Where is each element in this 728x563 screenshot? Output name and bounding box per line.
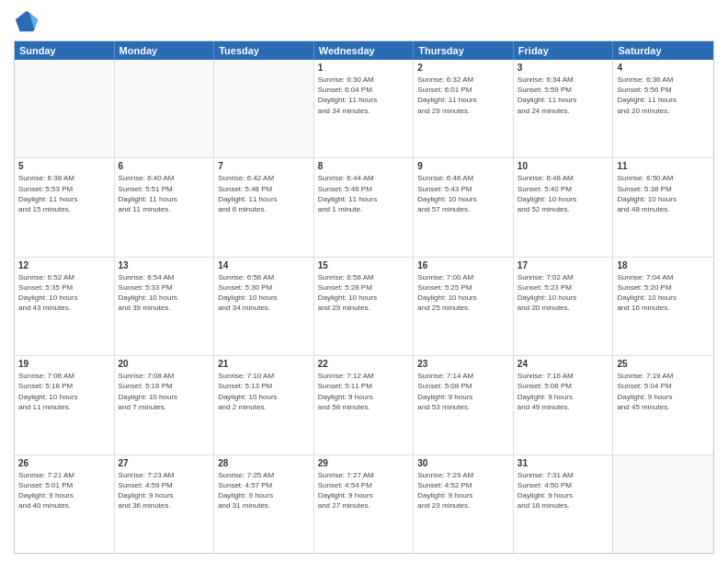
- day-number: 15: [318, 260, 410, 270]
- calendar-cell: [15, 60, 115, 157]
- calendar-cell: 7Sunrise: 6:42 AMSunset: 5:48 PMDaylight…: [214, 158, 314, 256]
- day-number: 21: [218, 359, 310, 369]
- logo-icon: [14, 9, 40, 35]
- calendar-cell: 21Sunrise: 7:10 AMSunset: 5:13 PMDayligh…: [214, 356, 314, 454]
- calendar-row-1: 5Sunrise: 6:38 AMSunset: 5:53 PMDaylight…: [15, 157, 713, 256]
- day-number: 27: [119, 458, 210, 468]
- cell-info: Sunrise: 7:12 AMSunset: 5:11 PMDaylight:…: [318, 371, 410, 412]
- header-day-wednesday: Wednesday: [314, 41, 415, 60]
- cell-info: Sunrise: 7:04 AMSunset: 5:20 PMDaylight:…: [617, 272, 710, 314]
- calendar-cell: 24Sunrise: 7:16 AMSunset: 5:06 PMDayligh…: [514, 356, 614, 454]
- cell-info: Sunrise: 6:58 AMSunset: 5:28 PMDaylight:…: [318, 272, 410, 314]
- header-day-saturday: Saturday: [613, 41, 713, 60]
- cell-info: Sunrise: 7:19 AMSunset: 5:04 PMDaylight:…: [617, 371, 710, 412]
- calendar-cell: 16Sunrise: 7:00 AMSunset: 5:25 PMDayligh…: [414, 258, 514, 355]
- day-number: 4: [617, 63, 710, 73]
- day-number: 12: [18, 260, 110, 270]
- day-number: 9: [417, 161, 509, 171]
- cell-info: Sunrise: 6:32 AMSunset: 6:01 PMDaylight:…: [417, 75, 509, 116]
- cell-info: Sunrise: 7:14 AMSunset: 5:08 PMDaylight:…: [417, 371, 509, 412]
- cell-info: Sunrise: 7:00 AMSunset: 5:25 PMDaylight:…: [417, 272, 509, 314]
- day-number: 20: [119, 359, 210, 369]
- calendar-cell: [613, 455, 713, 553]
- calendar-cell: 1Sunrise: 6:30 AMSunset: 6:04 PMDaylight…: [314, 60, 415, 157]
- calendar: SundayMondayTuesdayWednesdayThursdayFrid…: [14, 40, 714, 554]
- day-number: 8: [318, 161, 410, 171]
- cell-info: Sunrise: 6:36 AMSunset: 5:56 PMDaylight:…: [617, 75, 710, 116]
- calendar-row-4: 26Sunrise: 7:21 AMSunset: 5:01 PMDayligh…: [15, 454, 713, 553]
- header-day-monday: Monday: [115, 41, 215, 60]
- page: SundayMondayTuesdayWednesdayThursdayFrid…: [0, 0, 728, 563]
- cell-info: Sunrise: 7:21 AMSunset: 5:01 PMDaylight:…: [18, 470, 110, 511]
- day-number: 14: [218, 260, 310, 270]
- calendar-cell: 6Sunrise: 6:40 AMSunset: 5:51 PMDaylight…: [115, 158, 215, 256]
- day-number: 30: [417, 458, 509, 468]
- calendar-cell: 26Sunrise: 7:21 AMSunset: 5:01 PMDayligh…: [15, 455, 115, 553]
- day-number: 23: [417, 359, 509, 369]
- cell-info: Sunrise: 6:34 AMSunset: 5:59 PMDaylight:…: [518, 75, 609, 116]
- day-number: 26: [18, 458, 110, 468]
- day-number: 17: [518, 260, 609, 270]
- cell-info: Sunrise: 6:40 AMSunset: 5:51 PMDaylight:…: [119, 173, 210, 214]
- cell-info: Sunrise: 7:02 AMSunset: 5:23 PMDaylight:…: [518, 272, 609, 314]
- day-number: 22: [318, 359, 410, 369]
- cell-info: Sunrise: 6:52 AMSunset: 5:35 PMDaylight:…: [18, 272, 110, 314]
- calendar-cell: [115, 60, 215, 157]
- calendar-cell: 23Sunrise: 7:14 AMSunset: 5:08 PMDayligh…: [414, 356, 514, 454]
- calendar-cell: 5Sunrise: 6:38 AMSunset: 5:53 PMDaylight…: [15, 158, 115, 256]
- day-number: 19: [18, 359, 110, 369]
- cell-info: Sunrise: 7:29 AMSunset: 4:52 PMDaylight:…: [417, 470, 509, 511]
- cell-info: Sunrise: 6:44 AMSunset: 5:46 PMDaylight:…: [318, 173, 410, 214]
- calendar-cell: 22Sunrise: 7:12 AMSunset: 5:11 PMDayligh…: [314, 356, 415, 454]
- cell-info: Sunrise: 7:08 AMSunset: 5:16 PMDaylight:…: [119, 371, 210, 412]
- day-number: 25: [617, 359, 710, 369]
- cell-info: Sunrise: 6:54 AMSunset: 5:33 PMDaylight:…: [119, 272, 210, 314]
- calendar-cell: 13Sunrise: 6:54 AMSunset: 5:33 PMDayligh…: [115, 258, 215, 355]
- calendar-cell: 12Sunrise: 6:52 AMSunset: 5:35 PMDayligh…: [15, 258, 115, 355]
- day-number: 6: [119, 161, 210, 171]
- calendar-cell: 3Sunrise: 6:34 AMSunset: 5:59 PMDaylight…: [514, 60, 614, 157]
- cell-info: Sunrise: 6:46 AMSunset: 5:43 PMDaylight:…: [417, 173, 509, 214]
- calendar-cell: 10Sunrise: 6:48 AMSunset: 5:40 PMDayligh…: [514, 158, 614, 256]
- cell-info: Sunrise: 7:25 AMSunset: 4:57 PMDaylight:…: [218, 470, 310, 511]
- calendar-cell: 27Sunrise: 7:23 AMSunset: 4:59 PMDayligh…: [115, 455, 215, 553]
- cell-info: Sunrise: 7:27 AMSunset: 4:54 PMDaylight:…: [318, 470, 410, 511]
- cell-info: Sunrise: 7:06 AMSunset: 5:18 PMDaylight:…: [18, 371, 110, 412]
- calendar-row-2: 12Sunrise: 6:52 AMSunset: 5:35 PMDayligh…: [15, 257, 713, 355]
- calendar-cell: 20Sunrise: 7:08 AMSunset: 5:16 PMDayligh…: [115, 356, 215, 454]
- calendar-row-3: 19Sunrise: 7:06 AMSunset: 5:18 PMDayligh…: [15, 355, 713, 454]
- header: [14, 9, 714, 35]
- day-number: 2: [417, 63, 509, 73]
- header-day-thursday: Thursday: [414, 41, 514, 60]
- cell-info: Sunrise: 7:23 AMSunset: 4:59 PMDaylight:…: [119, 470, 210, 511]
- cell-info: Sunrise: 7:10 AMSunset: 5:13 PMDaylight:…: [218, 371, 310, 412]
- calendar-cell: 8Sunrise: 6:44 AMSunset: 5:46 PMDaylight…: [314, 158, 415, 256]
- cell-info: Sunrise: 6:38 AMSunset: 5:53 PMDaylight:…: [18, 173, 110, 214]
- calendar-cell: 19Sunrise: 7:06 AMSunset: 5:18 PMDayligh…: [15, 356, 115, 454]
- calendar-cell: 31Sunrise: 7:31 AMSunset: 4:50 PMDayligh…: [514, 455, 614, 553]
- calendar-cell: 14Sunrise: 6:56 AMSunset: 5:30 PMDayligh…: [214, 258, 314, 355]
- header-day-tuesday: Tuesday: [214, 41, 314, 60]
- header-day-sunday: Sunday: [15, 41, 115, 60]
- cell-info: Sunrise: 6:48 AMSunset: 5:40 PMDaylight:…: [518, 173, 609, 214]
- calendar-cell: 4Sunrise: 6:36 AMSunset: 5:56 PMDaylight…: [613, 60, 713, 157]
- calendar-cell: 18Sunrise: 7:04 AMSunset: 5:20 PMDayligh…: [613, 258, 713, 355]
- day-number: 28: [218, 458, 310, 468]
- calendar-body: 1Sunrise: 6:30 AMSunset: 6:04 PMDaylight…: [15, 60, 713, 553]
- cell-info: Sunrise: 6:30 AMSunset: 6:04 PMDaylight:…: [318, 75, 410, 116]
- day-number: 18: [617, 260, 710, 270]
- day-number: 7: [218, 161, 310, 171]
- day-number: 13: [119, 260, 210, 270]
- day-number: 3: [518, 63, 609, 73]
- day-number: 24: [518, 359, 609, 369]
- calendar-cell: 29Sunrise: 7:27 AMSunset: 4:54 PMDayligh…: [314, 455, 415, 553]
- calendar-row-0: 1Sunrise: 6:30 AMSunset: 6:04 PMDaylight…: [15, 60, 713, 157]
- day-number: 11: [617, 161, 710, 171]
- cell-info: Sunrise: 7:31 AMSunset: 4:50 PMDaylight:…: [518, 470, 609, 511]
- calendar-cell: 25Sunrise: 7:19 AMSunset: 5:04 PMDayligh…: [613, 356, 713, 454]
- calendar-cell: 17Sunrise: 7:02 AMSunset: 5:23 PMDayligh…: [514, 258, 614, 355]
- calendar-cell: [214, 60, 314, 157]
- cell-info: Sunrise: 6:56 AMSunset: 5:30 PMDaylight:…: [218, 272, 310, 314]
- day-number: 29: [318, 458, 410, 468]
- calendar-cell: 28Sunrise: 7:25 AMSunset: 4:57 PMDayligh…: [214, 455, 314, 553]
